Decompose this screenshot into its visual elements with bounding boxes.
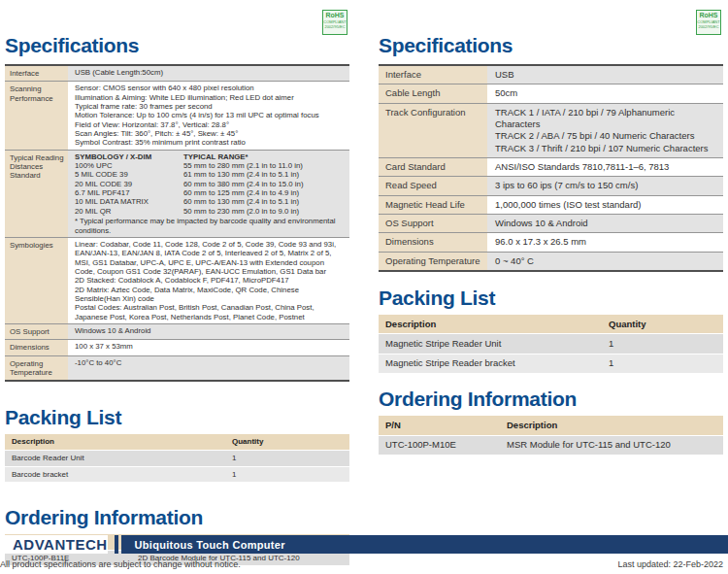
- packing-item-description: Magnetic Stripe Reader bracket: [379, 355, 602, 373]
- spec-value: Windows 10 & Android: [487, 215, 723, 232]
- symbology-range: 60 mm to 125 mm (2.4 in to 4.9 in): [177, 188, 346, 197]
- left-specifications-title: Specifications: [5, 35, 349, 55]
- packing-col-quantity: Quantity: [225, 434, 349, 450]
- rohs-title: RoHS: [697, 12, 720, 19]
- packing-header-row: Description Quantity: [379, 315, 723, 333]
- spec-label: Operating Temperature: [379, 253, 487, 270]
- spec-value: Windows 10 & Android: [68, 324, 349, 339]
- track-line: TRACK 2 / ABA / 75 bpi / 40 Numeric Char…: [495, 130, 719, 142]
- right-specifications-title: Specifications: [379, 35, 723, 55]
- footer-note-row: All product specifications are subject t…: [0, 559, 723, 569]
- rohs-badge: RoHS COMPLIANT 2002/95/EC: [322, 10, 347, 35]
- scanning-line: Illumination & Aiming: White LED illumin…: [75, 93, 346, 102]
- left-spec-table: Interface USB (Cable Length:50cm) Scanni…: [5, 64, 349, 382]
- last-updated-text: Last updated: 22-Feb-2022: [617, 559, 723, 569]
- ordering-header-row: P/N Description: [379, 416, 723, 434]
- symbologies-postal: Postal Codes: Australian Post, British P…: [75, 303, 346, 321]
- spec-label: Interface: [5, 66, 68, 81]
- packing-row: Barcode bracket 1: [5, 466, 349, 483]
- packing-item-quantity: 1: [602, 355, 723, 373]
- spec-value: SYMBOLOGY / X-DIM TYPICAL RANGE* 100% UP…: [68, 151, 349, 237]
- symbology-name: 10 MIL DATA MATRIX: [75, 197, 177, 206]
- tagline-bar: Ubiquitous Touch Computer: [121, 535, 728, 554]
- symbology-range: 60 mm to 130 mm (2.4 in to 5.1 in): [177, 197, 346, 206]
- spec-label: Track Configuration: [379, 104, 487, 157]
- packing-col-description: Description: [379, 315, 602, 333]
- packing-item-quantity: 1: [225, 451, 349, 466]
- disclaimer-text: All product specifications are subject t…: [0, 559, 241, 569]
- spec-label: Magnetic Head Life: [379, 196, 487, 214]
- spec-row-operating-temperature: Operating Temperature -10°C to 40°C: [5, 355, 349, 381]
- symbology-name: 5 MIL CODE 39: [75, 170, 177, 179]
- spec-row-reading-distances: Typical Reading Distances Standard SYMBO…: [5, 150, 349, 237]
- spec-row-operating-temperature: Operating Temperature 0 ~ 40° C: [379, 252, 723, 270]
- spec-row-cable-length: Cable Length 50cm: [379, 84, 723, 102]
- symbology-row: 20 MIL QR 50 mm to 230 mm (2.0 in to 9.0…: [75, 207, 346, 216]
- packing-row: Magnetic Stripe Reader Unit 1: [379, 333, 723, 353]
- packing-item-description: Magnetic Stripe Reader Unit: [379, 334, 602, 353]
- spec-row-interface: Interface USB (Cable Length:50cm): [5, 66, 349, 81]
- spec-row-magnetic-head-life: Magnetic Head Life 1,000,000 times (ISO …: [379, 195, 723, 214]
- spec-label: Read Speed: [379, 177, 487, 194]
- scanning-line: Field of View: Horizontal: 37.8°, Vertic…: [75, 120, 346, 129]
- spec-value: 100 x 37 x 53mm: [68, 340, 349, 355]
- symbology-row: 10 MIL DATA MATRIX 60 mm to 130 mm (2.4 …: [75, 197, 346, 206]
- spec-row-os-support: OS Support Windows 10 & Android: [379, 214, 723, 232]
- spec-value: -10°C to 40°C: [68, 356, 349, 381]
- scanning-line: Sensor: CMOS sensor with 640 x 480 pixel…: [75, 84, 346, 92]
- scanning-line: Symbol Contrast: 35% minimum print contr…: [75, 138, 346, 147]
- left-packing-list-title: Packing List: [5, 407, 349, 427]
- spec-label: OS Support: [379, 215, 487, 232]
- packing-col-description: Description: [5, 434, 225, 450]
- spec-label: Scanning Performance: [5, 82, 68, 149]
- right-spec-table: Interface USB Cable Length 50cm Track Co…: [379, 64, 723, 272]
- scanning-line: Motion Tolerance: Up to 100 cm/s (4 in/s…: [75, 111, 346, 119]
- scanning-line: Scan Angles: Tilt: 360°, Pitch: ± 45°, S…: [75, 129, 346, 138]
- spec-row-dimensions: Dimensions 96.0 x 17.3 x 26.5 mm: [379, 232, 723, 251]
- left-packing-table: Description Quantity Barcode Reader Unit…: [5, 434, 349, 482]
- spec-value: TRACK 1 / IATA / 210 bpi / 79 Alphanumer…: [487, 104, 723, 157]
- spec-row-symbologies: Symbologies Linear: Codabar, Code 11, Co…: [5, 237, 349, 323]
- spec-label: Typical Reading Distances Standard: [5, 151, 68, 237]
- logo-separator: [115, 535, 118, 554]
- right-ordering-table: P/N Description UTC-100P-M10E MSR Module…: [379, 416, 723, 455]
- ordering-col-description: Description: [500, 416, 723, 434]
- range-col-header: TYPICAL RANGE*: [177, 152, 346, 161]
- packing-item-quantity: 1: [225, 467, 349, 483]
- spec-row-dimensions: Dimensions 100 x 37 x 53mm: [5, 339, 349, 355]
- spec-label: Interface: [379, 66, 487, 84]
- symbology-row: 5 MIL CODE 39 61 mm to 130 mm (2.4 in to…: [75, 170, 346, 179]
- ordering-part-description: MSR Module for UTC-115 and UTC-120: [500, 436, 723, 455]
- datasheet-page: RoHS COMPLIANT 2002/95/EC Specifications…: [0, 0, 728, 574]
- symbologies-2d-matrix: 2D Matrix: Aztec Code, Data Matrix, Maxi…: [75, 286, 346, 304]
- symbology-name: 6.7 MIL PDF417: [75, 188, 177, 197]
- reading-distance-footnote: * Typical performance may be impacted by…: [75, 217, 346, 235]
- packing-row: Magnetic Stripe Reader bracket 1: [379, 354, 723, 373]
- left-ordering-information-title: Ordering Information: [5, 507, 349, 527]
- symbology-header-row: SYMBOLOGY / X-DIM TYPICAL RANGE*: [75, 152, 346, 161]
- spec-row-track-configuration: Track Configuration TRACK 1 / IATA / 210…: [379, 103, 723, 157]
- spec-label: Cable Length: [379, 84, 487, 102]
- symbologies-linear: Linear: Codabar, Code 11, Code 128, Code…: [75, 240, 346, 276]
- spec-label: Card Standard: [379, 158, 487, 176]
- spec-label: Dimensions: [379, 233, 487, 251]
- symbology-row: 6.7 MIL PDF417 60 mm to 125 mm (2.4 in t…: [75, 188, 346, 197]
- right-column-msr: RoHS COMPLIANT 2002/95/EC Specifications…: [379, 10, 723, 565]
- spec-row-scanning-performance: Scanning Performance Sensor: CMOS sensor…: [5, 81, 349, 149]
- spec-value: Sensor: CMOS sensor with 640 x 480 pixel…: [68, 82, 349, 149]
- spec-value: ANSI/ISO Standards 7810,7811-1–6, 7813: [487, 158, 723, 176]
- spec-value: 50cm: [487, 84, 723, 102]
- rohs-directive-label: 2002/95/EC: [697, 24, 720, 29]
- spec-value: 0 ~ 40° C: [487, 253, 723, 270]
- symbology-name: 20 MIL CODE 39: [75, 180, 177, 188]
- ordering-row: UTC-100P-M10E MSR Module for UTC-115 and…: [379, 435, 723, 455]
- symbologies-2d-stacked: 2D Stacked: Codablock A, Codablock F, PD…: [75, 276, 346, 285]
- content-columns: RoHS COMPLIANT 2002/95/EC Specifications…: [0, 0, 728, 565]
- symbology-range: 61 mm to 130 mm (2.4 in to 5.1 in): [177, 170, 346, 179]
- advantech-logo-text: ADVANTECH: [13, 536, 108, 553]
- packing-row: Barcode Reader Unit 1: [5, 450, 349, 466]
- left-column-barcode: RoHS COMPLIANT 2002/95/EC Specifications…: [5, 10, 349, 565]
- ordering-part-number: UTC-100P-M10E: [379, 436, 500, 455]
- spec-value: Linear: Codabar, Code 11, Code 128, Code…: [68, 238, 349, 323]
- symbology-name: 20 MIL QR: [75, 207, 177, 216]
